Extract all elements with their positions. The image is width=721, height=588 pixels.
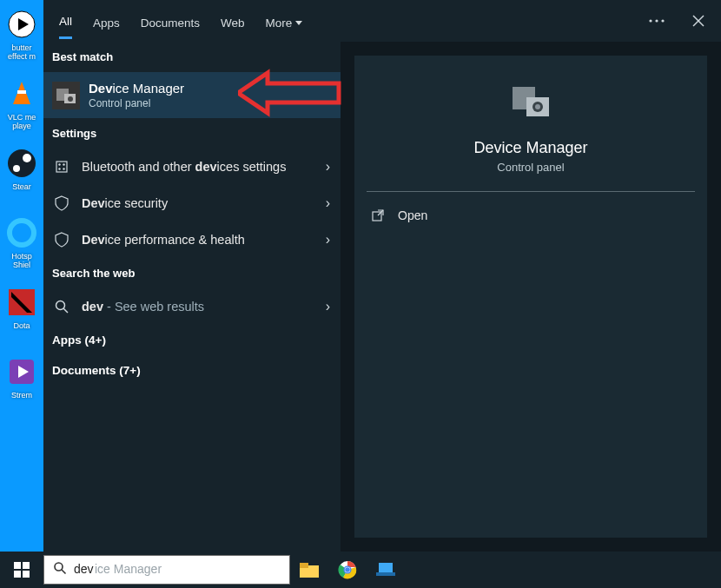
svg-point-24 xyxy=(63,168,64,169)
open-label: Open xyxy=(398,208,427,222)
svg-point-22 xyxy=(63,163,64,165)
svg-point-45 xyxy=(345,567,350,572)
svg-line-39 xyxy=(62,570,66,574)
steam-icon xyxy=(4,146,39,181)
detail-pane: Device Manager Control panel Open xyxy=(341,42,721,552)
svg-point-38 xyxy=(55,563,63,571)
section-best-match: Best match xyxy=(43,42,341,72)
chevron-down-icon xyxy=(295,21,302,25)
detail-card: Device Manager Control panel Open xyxy=(354,56,707,538)
svg-rect-46 xyxy=(379,563,393,572)
desktop-icon-label: Strem xyxy=(11,391,32,400)
shield-icon xyxy=(52,230,71,249)
hotspot-icon xyxy=(4,215,39,250)
taskbar-chrome[interactable] xyxy=(328,552,367,588)
svg-point-25 xyxy=(56,301,65,310)
laptop-icon xyxy=(375,561,396,578)
settings-result[interactable]: Device performance & health › xyxy=(43,221,341,258)
svg-point-6 xyxy=(13,165,20,172)
desktop-icon-label: Hotsp Shiel xyxy=(11,252,32,269)
svg-rect-34 xyxy=(14,562,21,569)
desktop-icon[interactable]: Strem xyxy=(1,354,43,412)
desktop-icon-label: Dota xyxy=(13,321,30,330)
web-result[interactable]: dev - See web results › xyxy=(43,288,341,325)
settings-result[interactable]: Device security › xyxy=(43,185,341,221)
search-tabs-bar: All Apps Documents Web More xyxy=(43,0,721,42)
best-match-result[interactable]: Device Manager Control panel xyxy=(43,72,341,118)
svg-rect-20 xyxy=(56,162,67,172)
chevron-right-icon: › xyxy=(326,299,330,314)
desktop-icon[interactable]: Dota xyxy=(1,285,43,342)
svg-rect-37 xyxy=(23,571,30,578)
svg-point-7 xyxy=(10,221,34,245)
vlc-icon xyxy=(4,76,39,111)
search-results-panel: All Apps Documents Web More Best match D… xyxy=(43,0,721,552)
desktop-icon-label: butter effect m xyxy=(8,43,36,61)
svg-rect-3 xyxy=(17,90,26,94)
tab-more[interactable]: More xyxy=(266,4,303,38)
chrome-icon xyxy=(338,560,357,579)
tab-all[interactable]: All xyxy=(59,3,72,39)
svg-point-30 xyxy=(535,104,540,109)
svg-rect-41 xyxy=(300,563,308,568)
folder-icon xyxy=(299,561,320,578)
open-icon xyxy=(370,208,386,223)
desktop-icon[interactable]: VLC me playe xyxy=(1,76,43,134)
desktop-icon-label: Stear xyxy=(12,182,31,191)
svg-point-19 xyxy=(68,96,73,102)
svg-rect-35 xyxy=(23,562,30,569)
section-settings: Settings xyxy=(43,118,341,149)
taskbar-search[interactable]: dev ice Manager xyxy=(43,555,290,585)
detail-title: Device Manager xyxy=(473,139,587,157)
svg-point-14 xyxy=(661,19,664,22)
svg-line-26 xyxy=(63,308,68,313)
category-documents[interactable]: Documents (7+) xyxy=(43,355,341,386)
search-icon xyxy=(53,561,67,578)
windows-icon xyxy=(14,562,30,578)
desktop-icon[interactable]: Hotsp Shiel xyxy=(1,215,43,273)
best-match-subtitle: Control panel xyxy=(89,97,184,109)
dota-icon xyxy=(4,285,39,320)
taskbar: dev ice Manager xyxy=(0,552,721,588)
chevron-right-icon: › xyxy=(326,232,330,248)
desktop-icon-label: VLC me playe xyxy=(8,113,36,130)
chevron-right-icon: › xyxy=(326,195,330,211)
taskbar-app[interactable] xyxy=(367,552,405,588)
media-icon xyxy=(4,7,39,42)
tab-more-label: More xyxy=(266,17,293,30)
options-button[interactable] xyxy=(648,12,665,30)
bluetooth-icon xyxy=(52,157,71,176)
section-web: Search the web xyxy=(43,258,341,288)
svg-point-13 xyxy=(655,19,658,22)
svg-point-21 xyxy=(58,163,60,165)
device-manager-icon xyxy=(507,80,554,123)
svg-rect-47 xyxy=(376,572,395,576)
search-icon xyxy=(52,297,71,316)
device-manager-icon xyxy=(52,82,80,109)
svg-point-4 xyxy=(8,149,36,177)
start-button[interactable] xyxy=(0,552,43,588)
tab-apps[interactable]: Apps xyxy=(93,4,120,38)
stremio-icon xyxy=(4,354,39,389)
open-action[interactable]: Open xyxy=(354,192,707,239)
svg-point-23 xyxy=(58,168,60,169)
shield-icon xyxy=(52,194,71,213)
tab-web[interactable]: Web xyxy=(221,4,245,38)
match-rest: ice Manager xyxy=(113,81,185,96)
match-bold: Dev xyxy=(89,81,113,96)
desktop-area: butter effect m VLC me playe Stear Hotsp… xyxy=(0,0,43,588)
chevron-right-icon: › xyxy=(326,159,330,175)
svg-line-32 xyxy=(378,210,383,215)
svg-point-12 xyxy=(649,19,652,22)
svg-rect-36 xyxy=(14,571,21,578)
taskbar-file-explorer[interactable] xyxy=(290,552,328,588)
results-list: Best match Device Manager Control panel … xyxy=(43,42,341,552)
best-match-text: Device Manager Control panel xyxy=(89,81,184,109)
close-button[interactable] xyxy=(690,12,707,30)
desktop-icon[interactable]: butter effect m xyxy=(1,7,43,64)
category-apps[interactable]: Apps (4+) xyxy=(43,325,341,355)
svg-point-5 xyxy=(23,154,31,162)
settings-result[interactable]: Bluetooth and other devices settings › xyxy=(43,149,341,185)
desktop-icon[interactable]: Stear xyxy=(1,146,43,203)
tab-documents[interactable]: Documents xyxy=(141,4,200,38)
